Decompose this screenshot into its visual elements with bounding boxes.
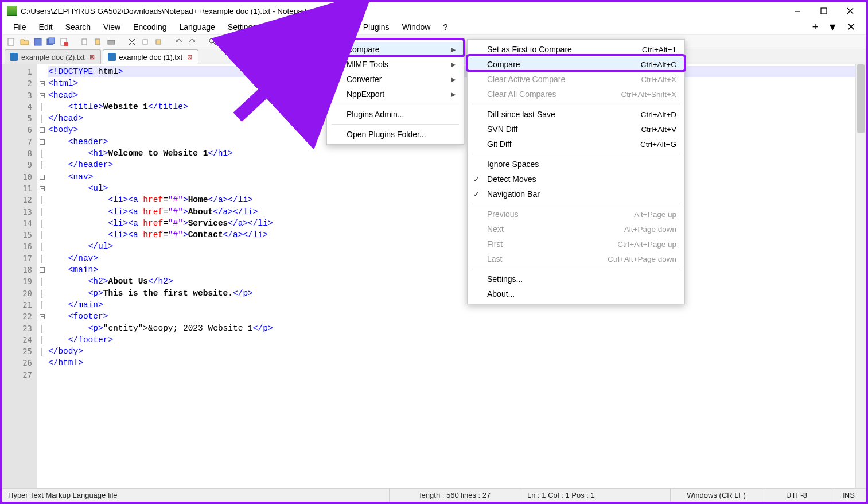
menu-macro[interactable]: Macro [294,20,329,34]
line-gutter: 1234567891011121314151617181920212223242… [2,64,37,488]
chevron-down-icon[interactable]: ▼ [825,22,840,32]
plugins-item-converter[interactable]: Converter▶ [327,72,464,87]
new-file-icon[interactable] [7,37,16,46]
vertical-scrollbar[interactable] [855,64,866,488]
tab-close-icon[interactable]: ⊠ [88,53,96,61]
plugins-item-compare[interactable]: Compare▶ [327,42,464,57]
status-eol: Windows (CR LF) [671,489,762,502]
tab-label: example doc (2).txt [21,53,85,61]
undo-icon[interactable] [174,37,184,46]
compare-item-detect-moves[interactable]: Detect Moves [468,172,684,187]
tab-1[interactable]: example doc (1).txt ⊠ [103,49,199,64]
compare-item-ignore-spaces[interactable]: Ignore Spaces [468,157,684,172]
svg-rect-7 [49,38,55,44]
menu-edit[interactable]: Edit [33,20,59,34]
find-icon[interactable] [208,37,217,46]
minimize-button[interactable] [784,3,811,19]
menu-encoding[interactable]: Encoding [127,20,173,34]
save-all-icon[interactable] [46,37,56,46]
menu-plugins[interactable]: Plugins [357,20,396,34]
close-file-icon[interactable] [60,37,69,46]
menu-shortcut: Ctrl+Alt+Page up [617,240,676,249]
compare-item-last: LastCtrl+Alt+Page down [468,251,684,266]
cut-icon[interactable] [127,37,137,46]
menu-settings[interactable]: Settings [221,20,263,34]
compare-item-git-diff[interactable]: Git DiffCtrl+Alt+G [468,137,684,152]
compare-item-next: NextAlt+Page down [468,222,684,237]
plugins-menu-popup: Compare▶MIME Tools▶Converter▶NppExport▶P… [326,39,464,145]
plugins-item-mime-tools[interactable]: MIME Tools▶ [327,57,464,72]
tab-0[interactable]: example doc (2).txt ⊠ [5,49,101,64]
compare-item-compare[interactable]: CompareCtrl+Alt+C [468,57,684,72]
svg-rect-16 [156,40,161,44]
close-button[interactable] [837,3,863,19]
menu-shortcut: Ctrl+Alt+Page down [608,255,676,263]
compare-item-navigation-bar[interactable]: Navigation Bar [468,187,684,201]
menu-file[interactable]: File [7,20,33,34]
menu-shortcut: Alt+Page down [624,225,676,234]
compare-item-diff-since-last-save[interactable]: Diff since last SaveCtrl+Alt+D [468,107,684,122]
paste2-icon[interactable] [154,37,163,46]
compare-item-about-[interactable]: About... [468,286,684,301]
tab-icon [108,53,116,61]
plugins-item-plugins-admin-[interactable]: Plugins Admin... [327,107,464,122]
menu-label: Last [487,254,585,263]
menu-shortcut: Ctrl+Alt+D [641,110,676,119]
svg-point-9 [64,42,68,46]
menu-shortcut: Ctrl+Alt+X [641,75,676,84]
tab-label: example doc (1).txt [119,53,183,61]
save-icon[interactable] [33,37,42,46]
tab-close-icon[interactable]: ⊠ [186,53,193,61]
svg-text:ab: ab [221,39,228,45]
menu-right-icons: + ▼ ✕ [810,22,861,32]
menu-label: Compare [347,45,451,54]
status-length: length : 560 lines : 27 [390,489,521,502]
compare-item-svn-diff[interactable]: SVN DiffCtrl+Alt+V [468,122,684,137]
menu-shortcut: Ctrl+Alt+C [641,60,676,69]
menu-label: Next [487,224,601,234]
compare-item-set-as-first-to-compare[interactable]: Set as First to CompareCtrl+Alt+1 [468,42,684,57]
chevron-right-icon: ▶ [451,76,456,83]
maximize-button[interactable] [811,3,837,19]
menu-search[interactable]: Search [59,20,97,34]
print-icon[interactable] [107,37,116,46]
title-bar: C:\Users\ZEPHYRUS GA502\Downloads\Notepa… [2,2,866,20]
compare-item-first: FirstCtrl+Alt+Page up [468,237,684,251]
copy2-icon[interactable] [141,37,150,46]
status-position: Ln : 1 Col : 1 Pos : 1 [521,489,671,502]
paste-icon[interactable] [94,37,103,46]
menu-label: Open Plugins Folder... [347,130,456,139]
menu-shortcut: Ctrl+Alt+Shift+X [621,90,676,99]
svg-rect-5 [34,38,41,45]
menu-label: Diff since last Save [487,110,618,119]
menu-label: Settings... [487,274,676,284]
menu-?[interactable]: ? [437,20,454,34]
compare-item-clear-all-compares: Clear All ComparesCtrl+Alt+Shift+X [468,87,684,102]
menu-tools[interactable]: Tools [263,20,294,34]
plugins-item-open-plugins-folder-[interactable]: Open Plugins Folder... [327,127,464,142]
menu-bar: FileEditSearchViewEncodingLanguageSettin… [2,20,866,34]
plus-icon[interactable]: + [810,22,821,32]
menu-window[interactable]: Window [396,20,437,34]
status-encoding: UTF-8 [762,489,831,502]
menu-label: Navigation Bar [487,189,676,199]
menu-run[interactable]: Run [329,20,357,34]
redo-icon[interactable] [188,37,197,46]
window-title: C:\Users\ZEPHYRUS GA502\Downloads\Notepa… [21,7,316,15]
menu-label: About... [487,289,676,298]
open-file-icon[interactable] [20,37,29,46]
copy-icon[interactable] [80,37,89,46]
menu-language[interactable]: Language [173,20,221,34]
compare-item-settings-[interactable]: Settings... [468,272,684,286]
svg-rect-12 [108,40,115,44]
menu-label: Detect Moves [487,175,676,184]
close-doc-icon[interactable]: ✕ [844,22,858,32]
svg-rect-1 [821,8,827,14]
plugins-item-nppexport[interactable]: NppExport▶ [327,87,464,102]
svg-rect-4 [8,38,14,45]
replace-icon[interactable]: ab [221,37,231,46]
menu-view[interactable]: View [97,20,127,34]
zoom-out-icon[interactable] [255,37,264,46]
zoom-in-icon[interactable] [242,37,251,46]
scrollbar-thumb[interactable] [857,64,865,133]
